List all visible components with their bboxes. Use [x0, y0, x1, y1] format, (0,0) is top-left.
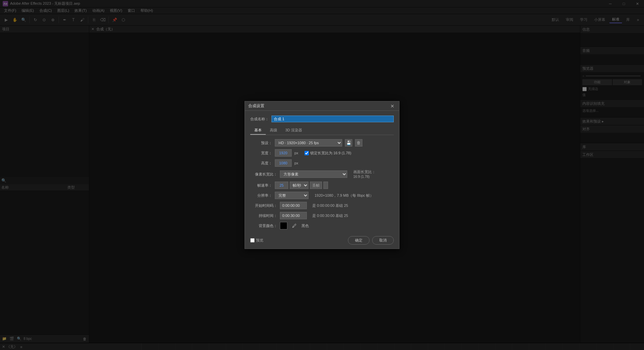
- bg-color-row: 背景颜色： 🖉 黑色: [250, 222, 394, 229]
- resolution-row: 分辨率： 完整 1920×1080，7.9 MB（每 8bpc 帧）: [250, 192, 394, 199]
- comp-name-input[interactable]: [271, 116, 394, 122]
- comp-name-row: 合成名称：: [250, 116, 394, 122]
- fps-label: 帧速率：: [250, 183, 272, 188]
- preset-row: 预设： HD · 1920×1080 · 25 fps 💾 🗑: [250, 139, 394, 147]
- dialog-overlay: 合成设置 ✕ 合成名称： 基本 高级 3D 渲染器 预设： HD · 1: [0, 0, 644, 350]
- width-row: 宽度： px 锁定长宽比为 16:9 (1.78): [250, 149, 394, 157]
- width-label: 宽度：: [250, 151, 272, 156]
- fps-controls: 帧/秒 丢帧: [275, 182, 328, 189]
- bg-color-swatch[interactable]: [280, 222, 287, 229]
- frame-aspect-label: 画面长宽比：: [353, 169, 376, 174]
- duration-info: 是 0:00:30:00 基础 25: [312, 213, 348, 218]
- dialog-body: 合成名称： 基本 高级 3D 渲染器 预设： HD · 1920×1080 · …: [245, 111, 399, 234]
- preset-save-btn[interactable]: 💾: [345, 139, 352, 147]
- height-unit: px: [294, 161, 298, 165]
- duration-input[interactable]: [280, 212, 307, 219]
- frame-aspect-info: 画面长宽比： 16:9 (1.78): [353, 169, 376, 179]
- fps-unit-select[interactable]: 帧/秒: [290, 182, 309, 189]
- resolution-select[interactable]: 完整: [275, 192, 309, 199]
- start-timecode-info: 是 0:00:00:00 基础 25: [312, 203, 348, 208]
- resolution-label: 分辨率：: [250, 193, 272, 198]
- preset-select[interactable]: HD · 1920×1080 · 25 fps: [275, 139, 342, 147]
- pixel-aspect-label: 像素长宽比：: [250, 172, 277, 177]
- duration-label: 持续时间：: [250, 213, 277, 218]
- start-timecode-row: 开始时间码： 是 0:00:00:00 基础 25: [250, 202, 394, 209]
- height-input[interactable]: [275, 159, 292, 167]
- dialog-tabs: 基本 高级 3D 渲染器: [250, 126, 394, 135]
- start-timecode-label: 开始时间码：: [250, 203, 277, 208]
- width-unit: px: [294, 151, 298, 155]
- dialog-form: 预设： HD · 1920×1080 · 25 fps 💾 🗑 宽度： px 锁…: [250, 139, 394, 229]
- dialog-ok-button[interactable]: 确定: [348, 236, 369, 245]
- width-input[interactable]: [275, 149, 292, 157]
- preview-dialog-label: 预览: [256, 238, 263, 243]
- dialog-title-bar: 合成设置 ✕: [245, 101, 399, 111]
- preview-dialog-checkbox[interactable]: [250, 238, 255, 243]
- eyedropper-icon[interactable]: 🖉: [292, 223, 297, 228]
- height-label: 高度：: [250, 161, 272, 166]
- tab-basic[interactable]: 基本: [250, 126, 266, 135]
- fps-drop-frame-btn[interactable]: 丢帧: [310, 182, 322, 189]
- lock-aspect-checkbox[interactable]: [304, 151, 309, 155]
- start-timecode-input[interactable]: [280, 202, 307, 209]
- comp-name-label: 合成名称：: [250, 117, 269, 122]
- fps-extra-btn[interactable]: [323, 182, 328, 189]
- dialog-footer: 预览 确定 取消: [245, 234, 399, 249]
- tab-advanced[interactable]: 高级: [266, 126, 281, 135]
- dialog-title: 合成设置: [248, 103, 264, 109]
- fps-input[interactable]: [275, 182, 288, 189]
- preset-delete-btn[interactable]: 🗑: [355, 139, 362, 147]
- tab-3d-renderer[interactable]: 3D 渲染器: [281, 126, 306, 135]
- fps-row: 帧速率： 帧/秒 丢帧: [250, 182, 394, 189]
- bg-color-label: 背景颜色：: [250, 223, 277, 228]
- dialog-action-buttons: 确定 取消: [348, 236, 394, 245]
- dialog-cancel-button[interactable]: 取消: [372, 236, 394, 245]
- preset-label: 预设：: [250, 140, 272, 146]
- pixel-aspect-select[interactable]: 方形像素: [280, 170, 347, 178]
- composition-settings-dialog: 合成设置 ✕ 合成名称： 基本 高级 3D 渲染器 预设： HD · 1: [245, 101, 399, 249]
- lock-aspect-row: 锁定长宽比为 16:9 (1.78): [304, 151, 351, 156]
- pixel-aspect-row: 像素长宽比： 方形像素 画面长宽比： 16:9 (1.78): [250, 169, 394, 179]
- bg-color-name: 黑色: [301, 223, 309, 228]
- duration-row: 持续时间： 是 0:00:30:00 基础 25: [250, 212, 394, 219]
- height-row: 高度： px: [250, 159, 394, 167]
- dialog-close-button[interactable]: ✕: [389, 103, 396, 109]
- frame-aspect-value: 16:9 (1.78): [353, 174, 376, 179]
- preview-checkbox-container: 预览: [250, 238, 263, 243]
- resolution-info: 1920×1080，7.9 MB（每 8bpc 帧）: [315, 193, 374, 198]
- lock-aspect-label: 锁定长宽比为 16:9 (1.78): [310, 151, 351, 156]
